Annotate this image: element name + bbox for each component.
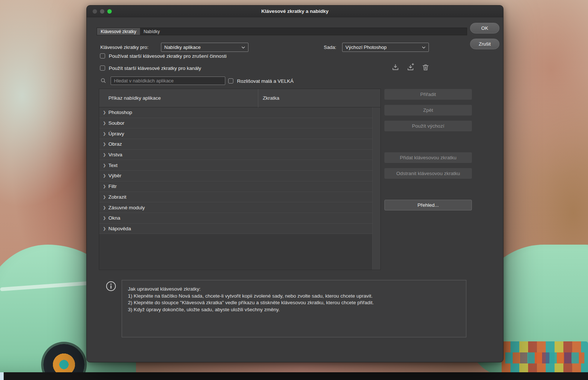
row-label: Nápověda [108, 226, 131, 231]
table-row[interactable]: ❯Zobrazit [99, 192, 373, 203]
row-label: Text [108, 163, 118, 168]
tab-menus[interactable]: Nabídky [140, 28, 164, 35]
info-text: Jak upravovat klávesové zkratky:1) Klepn… [122, 280, 466, 337]
info-line: 3) Když úpravy dokončíte, uložte sadu, a… [128, 306, 460, 313]
chevron-right-icon[interactable]: ❯ [103, 110, 108, 114]
wallpaper-mosaic-crate-row [505, 352, 584, 363]
chevron-right-icon[interactable]: ❯ [103, 132, 108, 136]
chevron-right-icon[interactable]: ❯ [103, 163, 108, 167]
chevron-down-icon [241, 46, 245, 49]
legacy-undo-label: Používat starší klávesové zkratky pro zr… [109, 53, 226, 59]
legacy-undo-checkbox[interactable] [100, 53, 105, 58]
table-row[interactable]: ❯Filtr [99, 181, 373, 192]
chevron-right-icon[interactable]: ❯ [103, 184, 108, 188]
delete-set-icon[interactable] [421, 63, 430, 72]
case-sensitive-row: Rozlišovat malá a VELKÁ [228, 77, 294, 85]
table-row[interactable]: ❯Soubor [99, 118, 373, 129]
search-input[interactable] [111, 77, 225, 85]
column-header-command: Příkaz nabídky aplikace [99, 95, 258, 101]
set-actions [391, 63, 430, 72]
chevron-right-icon[interactable]: ❯ [103, 121, 108, 125]
screen-bottom-accent [0, 372, 4, 380]
add-shortcut-button[interactable]: Přidat klávesovou zkratku [384, 152, 472, 163]
row-label: Obraz [108, 141, 122, 147]
set-label: Sada: [324, 43, 336, 52]
delete-shortcut-button[interactable]: Odstranit klávesovou zkratku [384, 168, 472, 179]
dialog-titlebar[interactable]: Klávesové zkratky a nabídky [87, 6, 503, 17]
info-line: 1) Klepněte na tlačítko Nová sada, chcet… [128, 293, 460, 300]
tab-label: Klávesové zkratky [101, 29, 136, 34]
search-icon [101, 78, 106, 83]
chevron-right-icon[interactable]: ❯ [103, 153, 108, 157]
row-label: Výběr [108, 173, 121, 178]
chevron-right-icon[interactable]: ❯ [103, 195, 108, 199]
legacy-undo-row: Používat starší klávesové zkratky pro zr… [100, 53, 226, 59]
table-row[interactable]: ❯Vrstva [99, 150, 373, 160]
table-row[interactable]: ❯Nápověda [99, 224, 373, 234]
menu-command-table: Příkaz nabídky aplikace Zkratka ❯Photosh… [99, 89, 381, 270]
window-title: Klávesové zkratky a nabídky [261, 8, 329, 14]
chevron-right-icon[interactable]: ❯ [103, 216, 108, 220]
column-header-shortcut: Zkratka [258, 95, 279, 101]
screen-bottom-bar [0, 372, 588, 380]
chevron-right-icon[interactable]: ❯ [103, 227, 108, 231]
table-row[interactable]: ❯Úpravy [99, 128, 373, 139]
chevron-right-icon[interactable]: ❯ [103, 142, 108, 146]
close-window-icon[interactable] [93, 9, 97, 14]
save-set-icon[interactable] [406, 63, 415, 72]
info-icon [106, 281, 116, 291]
summary-button[interactable]: Přehled... [384, 200, 472, 210]
info-line: Jak upravovat klávesové zkratky: [128, 286, 460, 293]
legacy-channels-row: Použít starší klávesové zkratky pro kaná… [100, 65, 201, 71]
case-sensitive-label: Rozlišovat malá a VELKÁ [237, 78, 294, 84]
row-label: Filtr [108, 184, 117, 189]
shortcuts-for-dropdown[interactable]: Nabídky aplikace [161, 43, 248, 52]
table-scrollbar[interactable] [372, 107, 380, 270]
chevron-right-icon[interactable]: ❯ [103, 174, 108, 178]
table-header: Příkaz nabídky aplikace Zkratka [99, 89, 380, 107]
use-default-button[interactable]: Použít výchozí [384, 121, 472, 131]
undo-button[interactable]: Zpět [384, 105, 472, 116]
row-label: Soubor [108, 120, 125, 126]
row-label: Okna [108, 215, 120, 221]
assign-button[interactable]: Přiřadit [384, 89, 472, 100]
table-row[interactable]: ❯Výběr [99, 171, 373, 181]
case-sensitive-checkbox[interactable] [228, 78, 233, 84]
legacy-channels-checkbox[interactable] [100, 65, 105, 71]
row-label: Zásuvné moduly [108, 205, 145, 210]
chevron-down-icon [422, 46, 426, 49]
row-label: Zobrazit [108, 194, 126, 200]
table-row[interactable]: ❯Photoshop [99, 107, 373, 118]
minimize-window-icon[interactable] [100, 9, 104, 14]
new-set-icon[interactable] [391, 63, 400, 72]
legacy-channels-label: Použít starší klávesové zkratky pro kaná… [109, 65, 201, 71]
keyboard-shortcuts-dialog: Klávesové zkratky a nabídky Klávesové zk… [86, 5, 503, 362]
info-line: 2) Klepněte do sloupce "Klávesová zkratk… [128, 299, 460, 306]
shortcuts-for-label: Klávesové zkratky pro: [100, 43, 148, 52]
tab-bar: Klávesové zkratky Nabídky [97, 28, 467, 35]
set-dropdown[interactable]: Výchozí Photoshop [342, 43, 429, 52]
traffic-lights [93, 9, 112, 14]
row-label: Photoshop [108, 110, 132, 115]
row-label: Úpravy [108, 131, 124, 136]
table-row[interactable]: ❯Okna [99, 213, 373, 224]
shortcuts-for-value: Nabídky aplikace [164, 45, 201, 50]
tab-keyboard-shortcuts[interactable]: Klávesové zkratky [97, 28, 140, 35]
chevron-right-icon[interactable]: ❯ [103, 206, 108, 210]
table-row[interactable]: ❯Text [99, 160, 373, 171]
tab-label: Nabídky [144, 29, 160, 34]
menu-command-list: ❯Photoshop❯Soubor❯Úpravy❯Obraz❯Vrstva❯Te… [99, 107, 373, 270]
table-row[interactable]: ❯Zásuvné moduly [99, 202, 373, 213]
set-value: Výchozí Photoshop [345, 45, 387, 50]
row-label: Vrstva [108, 152, 122, 157]
zoom-window-icon[interactable] [107, 9, 112, 14]
table-row[interactable]: ❯Obraz [99, 139, 373, 150]
ok-button[interactable]: OK [470, 23, 499, 33]
cancel-button[interactable]: Zrušit [470, 39, 499, 49]
